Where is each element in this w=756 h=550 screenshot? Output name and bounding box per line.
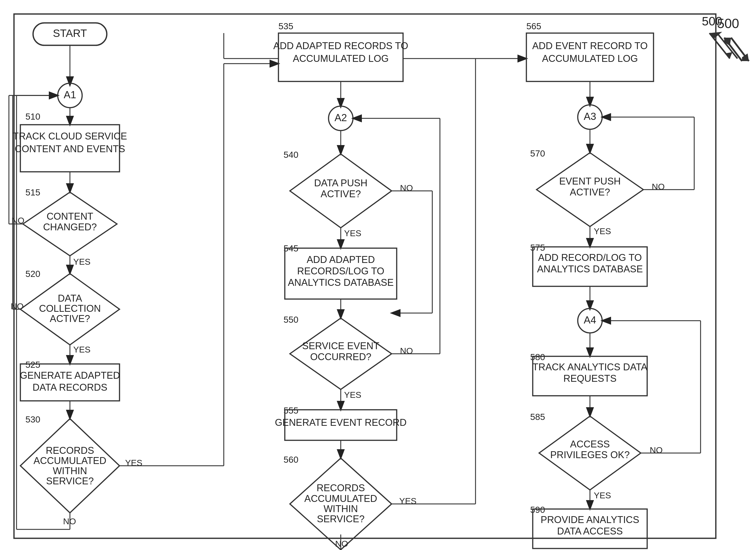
svg-text:ADD RECORD/LOG TO: ADD RECORD/LOG TO [538, 252, 642, 263]
svg-text:ADD ADAPTED RECORDS TO: ADD ADAPTED RECORDS TO [273, 40, 408, 51]
lbl-530: 530 [25, 414, 40, 424]
svg-text:ACTIVE?: ACTIVE? [570, 187, 610, 197]
lbl-550: 550 [284, 315, 298, 325]
svg-text:ADD EVENT RECORD TO: ADD EVENT RECORD TO [532, 40, 648, 51]
svg-text:DATA ACCESS: DATA ACCESS [557, 526, 623, 537]
lbl-555: 555 [284, 406, 298, 415]
svg-text:PROVIDE ANALYTICS: PROVIDE ANALYTICS [541, 514, 639, 525]
svg-text:OCCURRED?: OCCURRED? [310, 352, 372, 362]
A1-node: A1 [64, 89, 76, 100]
lbl-535: 535 [278, 21, 293, 31]
svg-text:ACTIVE?: ACTIVE? [50, 313, 90, 324]
A2-node: A2 [335, 112, 347, 123]
lbl-510: 510 [25, 111, 40, 121]
n515-yes: YES [73, 257, 91, 266]
lbl-560: 560 [284, 455, 298, 465]
svg-text:RECORDS/LOG TO: RECORDS/LOG TO [297, 266, 384, 277]
fig-number: 500 [717, 16, 739, 31]
svg-text:REQUESTS: REQUESTS [563, 373, 616, 384]
svg-text:DATA RECORDS: DATA RECORDS [33, 382, 107, 393]
lbl-565: 565 [526, 21, 541, 31]
svg-text:COLLECTION: COLLECTION [39, 303, 101, 314]
svg-text:PRIVILEGES OK?: PRIVILEGES OK? [550, 450, 630, 460]
svg-text:SERVICE?: SERVICE? [46, 476, 94, 486]
lbl-585: 585 [530, 412, 545, 422]
svg-text:ACCUMULATED: ACCUMULATED [34, 455, 106, 466]
svg-text:ANALYTICS DATABASE: ANALYTICS DATABASE [537, 264, 643, 274]
svg-text:ACCUMULATED LOG: ACCUMULATED LOG [293, 53, 389, 64]
svg-text:RECORDS: RECORDS [317, 483, 365, 493]
flowchart-main: 500 START A1 510 TRACK CLOUD SERVICE CON… [0, 0, 756, 550]
svg-text:CONTENT: CONTENT [47, 211, 93, 222]
n550-yes: YES [344, 390, 361, 400]
svg-text:DATA: DATA [58, 293, 82, 304]
svg-text:ACCESS: ACCESS [570, 439, 610, 450]
svg-text:TRACK ANALYTICS DATA: TRACK ANALYTICS DATA [532, 362, 648, 372]
svg-text:EVENT PUSH: EVENT PUSH [559, 176, 621, 186]
n585-yes: YES [594, 490, 611, 500]
n570-yes: YES [594, 226, 611, 236]
n560-no: NO [335, 539, 348, 548]
svg-text:ACCUMULATED: ACCUMULATED [304, 493, 377, 504]
lbl-515: 515 [25, 187, 40, 197]
lbl-520: 520 [25, 269, 40, 279]
svg-text:SERVICE?: SERVICE? [317, 514, 364, 524]
svg-text:CONTENT AND EVENTS: CONTENT AND EVENTS [15, 143, 125, 154]
n540-yes: YES [344, 228, 361, 238]
svg-text:ACCUMULATED LOG: ACCUMULATED LOG [542, 53, 638, 64]
lbl-540: 540 [284, 150, 298, 159]
lbl-570: 570 [530, 148, 545, 158]
n520-yes: YES [73, 345, 91, 354]
svg-text:WITHIN: WITHIN [323, 503, 358, 514]
svg-text:CHANGED?: CHANGED? [43, 222, 97, 232]
svg-text:GENERATE EVENT RECORD: GENERATE EVENT RECORD [275, 417, 407, 428]
svg-text:GENERATE ADAPTED: GENERATE ADAPTED [20, 370, 120, 381]
svg-text:SERVICE EVENT: SERVICE EVENT [302, 341, 379, 351]
lbl-525: 525 [25, 360, 40, 370]
svg-text:RECORDS: RECORDS [46, 445, 94, 456]
svg-text:ACTIVE?: ACTIVE? [321, 188, 361, 199]
A3-node: A3 [584, 111, 596, 122]
A4-node: A4 [584, 314, 596, 326]
svg-text:ANALYTICS DATABASE: ANALYTICS DATABASE [288, 277, 394, 288]
svg-text:TRACK CLOUD SERVICE: TRACK CLOUD SERVICE [13, 131, 127, 141]
svg-text:ADD ADAPTED: ADD ADAPTED [307, 254, 375, 265]
svg-text:DATA PUSH: DATA PUSH [314, 178, 367, 188]
svg-text:WITHIN: WITHIN [53, 466, 87, 476]
start-node: START [53, 27, 87, 39]
